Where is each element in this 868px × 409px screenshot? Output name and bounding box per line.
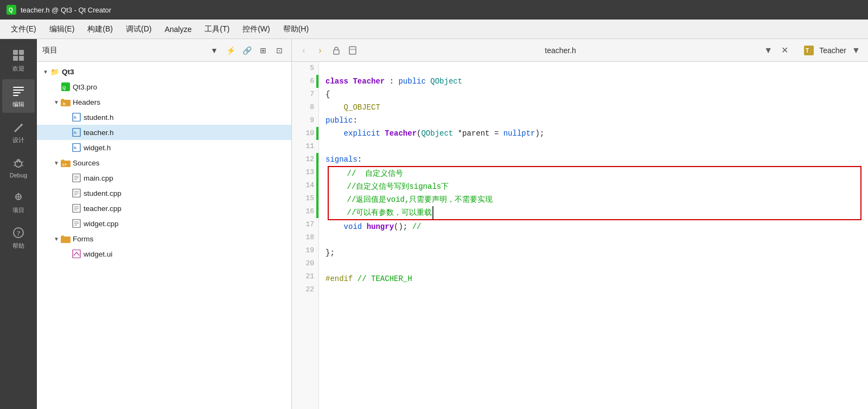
tree-item-widget-ui[interactable]: widget.ui xyxy=(37,246,291,261)
tree-item-widget-cpp[interactable]: widget.cpp xyxy=(37,216,291,231)
tree-label-teacher-cpp: teacher.cpp xyxy=(84,204,122,213)
project-label: 项目 xyxy=(12,206,24,214)
svg-rect-51 xyxy=(334,50,339,54)
file-icon-main-cpp xyxy=(72,173,81,183)
line-num-13: 13 xyxy=(292,166,318,179)
menu-item-e[interactable]: 编辑(E) xyxy=(43,22,81,36)
editor-content[interactable]: 5 6 7 8 9 10 11 12 13 14 15 16 17 18 19 … xyxy=(292,62,868,409)
line-num-16: 16 xyxy=(292,205,318,218)
svg-point-10 xyxy=(15,161,22,167)
tree-item-sources[interactable]: ▼ c+ Sources xyxy=(37,155,291,170)
file-icon-widget-h: h xyxy=(72,143,81,152)
tree-root-qt3[interactable]: ▼ 📁 Qt3 xyxy=(37,64,291,79)
code-area[interactable]: class Teacher : public QObject { Q_OBJEC… xyxy=(319,62,868,409)
spacer-student-h xyxy=(63,113,72,122)
menu-item-e[interactable]: 文件(E) xyxy=(4,22,43,36)
file-tree-content: ▼ 📁 Qt3 Q Qt3.pro ▼ h Headers xyxy=(37,62,291,409)
tree-item-widget-h[interactable]: h widget.h xyxy=(37,140,291,155)
line-num-6: 6 xyxy=(292,75,318,88)
filter-btn[interactable]: ▼ xyxy=(208,44,221,57)
class-dropdown-btn[interactable]: ▼ xyxy=(850,44,863,57)
svg-text:h: h xyxy=(63,101,66,106)
tree-label-main-cpp: main.cpp xyxy=(84,174,113,182)
tree-label-sources: Sources xyxy=(73,159,100,167)
tree-label-forms: Forms xyxy=(73,235,93,243)
line-num-8: 8 xyxy=(292,101,318,114)
svg-rect-4 xyxy=(13,56,18,61)
tree-item-teacher-cpp[interactable]: teacher.cpp xyxy=(37,201,291,216)
menu-item-w[interactable]: 控件(W) xyxy=(236,22,277,36)
svg-text:?: ? xyxy=(17,229,21,237)
svg-rect-50 xyxy=(73,250,80,258)
menu-item-d[interactable]: 调试(D) xyxy=(119,22,158,36)
preview-btn[interactable]: ⊡ xyxy=(273,44,286,57)
menu-item-h[interactable]: 帮助(H) xyxy=(277,22,315,36)
line-num-21: 21 xyxy=(292,270,318,283)
tree-item-teacher-h[interactable]: h teacher.h xyxy=(37,125,291,140)
sidebar-item-design[interactable]: 设计 xyxy=(2,115,35,149)
code-line-9: public: xyxy=(326,114,868,127)
editor-panel: ‹ › teacher.h ▼ ✕ T Teacher ▼ 5 6 7 xyxy=(292,39,868,409)
sidebar-item-help[interactable]: ? 帮助 xyxy=(2,221,35,254)
code-line-17: void hungry(); // xyxy=(326,220,868,233)
code-line-22 xyxy=(326,285,868,298)
main-layout: 欢迎 编辑 设计 xyxy=(0,39,868,409)
sidebar-item-debug[interactable]: Debug xyxy=(2,151,35,183)
expand-arrow-qt3: ▼ xyxy=(41,67,50,76)
tree-item-student-h[interactable]: h student.h xyxy=(37,110,291,125)
line-num-10: 10 xyxy=(292,127,318,140)
lock-btn[interactable] xyxy=(330,44,343,57)
edit-label: 编辑 xyxy=(12,100,24,108)
sidebar-item-welcome[interactable]: 欢迎 xyxy=(2,43,35,77)
menu-item-t[interactable]: 工具(T) xyxy=(198,22,236,36)
spacer-teacher-h xyxy=(63,128,72,137)
editor-toolbar: ‹ › teacher.h ▼ ✕ T Teacher ▼ xyxy=(292,39,868,62)
line-num-11: 11 xyxy=(292,140,318,153)
add-btn[interactable]: ⊞ xyxy=(257,44,270,57)
link-btn[interactable]: 🔗 xyxy=(240,44,253,57)
line-num-14: 14 xyxy=(292,179,318,192)
code-line-6: class Teacher : public QObject xyxy=(326,75,868,88)
tree-item-forms[interactable]: ▼ Forms xyxy=(37,231,291,246)
title-bar: Q teacher.h @ Qt3 - Qt Creator xyxy=(0,0,868,20)
tree-item-headers[interactable]: ▼ h Headers xyxy=(37,94,291,110)
spacer-widget-ui xyxy=(63,250,72,258)
window-title: teacher.h @ Qt3 - Qt Creator xyxy=(21,6,111,14)
code-line-18 xyxy=(326,233,868,246)
code-line-12: signals: xyxy=(326,153,868,166)
app-icon: Q xyxy=(7,5,16,15)
menu-item-b[interactable]: 构建(B) xyxy=(81,22,119,36)
tree-label-student-h: student.h xyxy=(84,113,114,122)
close-editor-btn[interactable]: ✕ xyxy=(778,44,791,57)
expand-arrow-sources: ▼ xyxy=(52,158,61,167)
help-icon: ? xyxy=(11,225,26,240)
tree-item-student-cpp[interactable]: student.cpp xyxy=(37,186,291,201)
svg-rect-8 xyxy=(13,92,21,93)
sidebar-item-edit[interactable]: 编辑 xyxy=(2,79,35,113)
bookmark-btn[interactable] xyxy=(346,44,359,57)
project-icon xyxy=(11,189,26,204)
dropdown-btn[interactable]: ▼ xyxy=(762,44,775,57)
filter-icon-btn[interactable]: ⚡ xyxy=(224,44,237,57)
svg-line-16 xyxy=(22,165,23,166)
tree-label-qt3: Qt3 xyxy=(62,68,74,76)
tree-label-headers: Headers xyxy=(73,98,100,106)
svg-line-13 xyxy=(14,162,15,163)
nav-forward-btn[interactable]: › xyxy=(314,44,327,57)
line-num-22: 22 xyxy=(292,283,318,296)
svg-rect-9 xyxy=(13,95,18,96)
code-line-16: //可以有参数，可以重载 xyxy=(329,206,860,219)
folder-icon-headers: h xyxy=(61,97,71,107)
welcome-icon xyxy=(11,48,26,63)
sidebar-item-project[interactable]: 项目 xyxy=(2,185,35,219)
tree-label-widget-h: widget.h xyxy=(84,144,111,152)
tree-item-qt3pro[interactable]: Q Qt3.pro xyxy=(37,79,291,94)
tree-label-widget-cpp: widget.cpp xyxy=(84,220,119,228)
line-num-9: 9 xyxy=(292,114,318,127)
menu-item-analyze[interactable]: Analyze xyxy=(158,23,198,36)
tree-item-main-cpp[interactable]: main.cpp xyxy=(37,170,291,186)
svg-line-15 xyxy=(14,165,15,166)
nav-back-btn[interactable]: ‹ xyxy=(297,44,310,57)
svg-rect-5 xyxy=(19,56,24,61)
line-numbers: 5 6 7 8 9 10 11 12 13 14 15 16 17 18 19 … xyxy=(292,62,319,409)
